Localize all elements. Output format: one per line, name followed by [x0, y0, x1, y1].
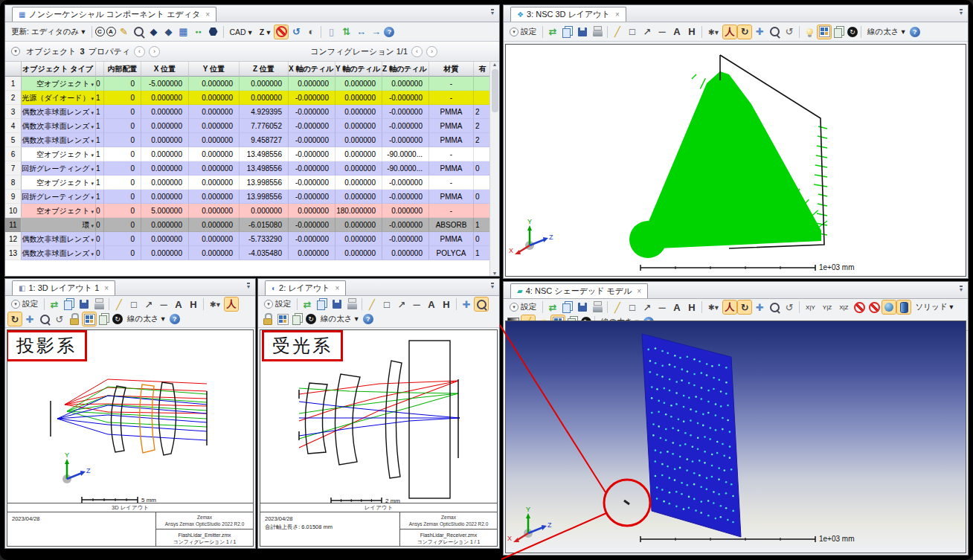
close-icon[interactable]: ×	[637, 287, 641, 295]
cell-y[interactable]: 0.000000	[189, 218, 240, 232]
cell-x[interactable]: 0.000000	[141, 147, 189, 161]
cad-dropdown[interactable]: CAD ▾	[227, 25, 255, 39]
cell-tz[interactable]: 0.000000	[382, 77, 429, 91]
cell-x[interactable]: 0.000000	[141, 218, 189, 232]
polyhedron-object-icon[interactable]: ◆	[147, 25, 161, 39]
h-tool-icon[interactable]: H	[187, 297, 200, 311]
copy-icon[interactable]	[561, 25, 574, 39]
cell-tx[interactable]: 0.000000	[289, 77, 335, 91]
dropdown-arrow-icon[interactable]: ▾	[91, 223, 94, 228]
cell-extra[interactable]: 0	[474, 161, 490, 176]
cell-extra[interactable]: 0	[474, 232, 490, 246]
cell-x[interactable]: 0.000000	[141, 105, 189, 119]
chevron-down-icon[interactable]: ▾	[11, 47, 20, 56]
viewpoint-person-icon[interactable]: 人	[723, 25, 736, 39]
cell-ref[interactable]: 0	[96, 232, 104, 246]
column-header-extra[interactable]: 有	[474, 62, 490, 77]
refresh-icon[interactable]: ⇄	[48, 297, 61, 311]
arrow-tool-icon[interactable]: ↗	[640, 25, 654, 39]
copy-icon[interactable]	[62, 297, 76, 311]
cell-inside[interactable]: 0	[104, 133, 141, 147]
array-object-icon[interactable]: ▦	[177, 25, 190, 39]
cell-inside[interactable]: 0	[104, 105, 141, 119]
dropdown-arrow-icon[interactable]: ▾	[91, 237, 94, 242]
column-header-tz[interactable]: Z 軸のティルト	[382, 62, 429, 77]
cell-tx[interactable]: -0.000000	[289, 176, 335, 190]
cell-tx[interactable]: -0.000000	[289, 232, 335, 246]
cell-tz[interactable]: -90.0000...	[382, 147, 429, 161]
column-header-mat[interactable]: 材質	[429, 62, 474, 77]
cell-z[interactable]: 7.776052	[240, 119, 289, 133]
check-all-icon[interactable]	[106, 27, 116, 36]
refresh-icon[interactable]: ⇄	[301, 297, 314, 311]
dropdown-arrow-icon[interactable]: ▾	[91, 96, 94, 101]
cell-num[interactable]: 11	[5, 218, 22, 232]
refresh-icon[interactable]: ⇄	[546, 25, 559, 39]
cell-tz[interactable]: -0.000000	[382, 232, 429, 246]
cell-z[interactable]: 13.998556	[240, 190, 289, 204]
cell-y[interactable]: 0.000000	[189, 91, 240, 105]
rectangle-tool-icon[interactable]: □	[626, 25, 639, 39]
cell-x[interactable]: 0.000000	[141, 246, 189, 260]
cell-type[interactable]: 空オブジェクト▾	[22, 147, 96, 161]
column-header-tx[interactable]: X 軸のティルト	[289, 62, 335, 77]
pan-icon[interactable]: ✚	[23, 312, 36, 326]
tab-nsc-3d-layout[interactable]: ❖ 3: NSC 3D レイアウト ×	[510, 7, 626, 22]
cell-inside[interactable]: 0	[104, 232, 141, 246]
hexagon-object-icon[interactable]	[207, 25, 220, 39]
cell-ref[interactable]: 1	[96, 91, 104, 105]
dash-tool-icon[interactable]: ─	[655, 25, 669, 39]
cell-num[interactable]: 13	[5, 246, 22, 260]
pencil-edit-icon[interactable]: ✎	[118, 25, 131, 39]
text-tool-icon[interactable]: A	[670, 300, 684, 314]
next-config-button[interactable]: ›	[426, 46, 437, 57]
table-row[interactable]: 9回折グレーティング▾100.0000000.00000013.998556-0…	[5, 190, 499, 204]
cell-x[interactable]: 0.000000	[141, 91, 189, 105]
update-mode-dropdown[interactable]: 更新: エディタのみ ▾	[8, 25, 89, 39]
cell-ref[interactable]: 1	[96, 105, 104, 119]
line-width-dropdown[interactable]: 線の太さ ▾	[318, 312, 362, 326]
cell-z[interactable]: 13.498556	[240, 147, 289, 161]
go-next-icon[interactable]: →	[369, 25, 382, 39]
layout2-drawing[interactable]: 受光系 2 m	[260, 330, 497, 503]
cell-tz[interactable]: -0.000000	[382, 176, 429, 190]
settings-button[interactable]: ▾設定	[507, 300, 539, 314]
h-tool-icon[interactable]: H	[685, 25, 699, 39]
cell-num[interactable]: 6	[5, 147, 22, 161]
shaded-viewport[interactable]: YZX 1e+03 mm	[505, 321, 966, 553]
refresh-icon[interactable]: ⇄	[546, 300, 559, 314]
cell-tz[interactable]: 0.000000	[382, 204, 429, 218]
help-icon[interactable]	[170, 314, 180, 324]
line-width-dropdown[interactable]: 線の太さ ▾	[864, 25, 908, 39]
save-icon[interactable]	[576, 300, 589, 314]
cell-extra[interactable]	[474, 204, 490, 218]
cell-y[interactable]: 0.000000	[189, 190, 240, 204]
cell-tz[interactable]: -0.000000	[382, 105, 429, 119]
close-icon[interactable]: ×	[104, 284, 109, 292]
cell-y[interactable]: 0.000000	[189, 161, 240, 176]
cell-inside[interactable]: 0	[104, 218, 141, 232]
collapse-ribbon-icon[interactable]: ▾	[491, 9, 494, 16]
lock-icon[interactable]	[261, 312, 274, 326]
cell-num[interactable]: 2	[5, 91, 22, 105]
cell-type[interactable]: 空オブジェクト▾	[22, 77, 96, 91]
cell-z[interactable]: 0.000000	[240, 77, 289, 91]
cell-ref[interactable]: 0	[96, 204, 104, 218]
pan-icon[interactable]: ✚	[460, 297, 473, 311]
animate-icon[interactable]	[847, 27, 858, 37]
sphere-shading-icon[interactable]	[882, 300, 896, 314]
cell-ref[interactable]: 0	[96, 246, 104, 260]
plane-xy-button[interactable]: X|Y	[803, 300, 818, 314]
viewpoint-person-icon[interactable]: 人	[723, 300, 736, 314]
cell-y[interactable]: 0.000000	[189, 204, 240, 218]
cell-y[interactable]: 0.000000	[189, 77, 240, 91]
cell-x[interactable]: 0.000000	[141, 176, 189, 190]
cell-type[interactable]: 回折グレーティング▾	[22, 161, 96, 176]
cell-extra[interactable]	[474, 91, 490, 105]
animate-icon[interactable]	[112, 314, 123, 324]
close-icon[interactable]: ×	[205, 10, 210, 19]
print-icon[interactable]	[345, 297, 359, 311]
scroll-down-icon[interactable]: ▼	[492, 271, 498, 276]
rotate-icon[interactable]: ↻	[8, 312, 22, 326]
cell-mat[interactable]: -	[429, 204, 474, 218]
